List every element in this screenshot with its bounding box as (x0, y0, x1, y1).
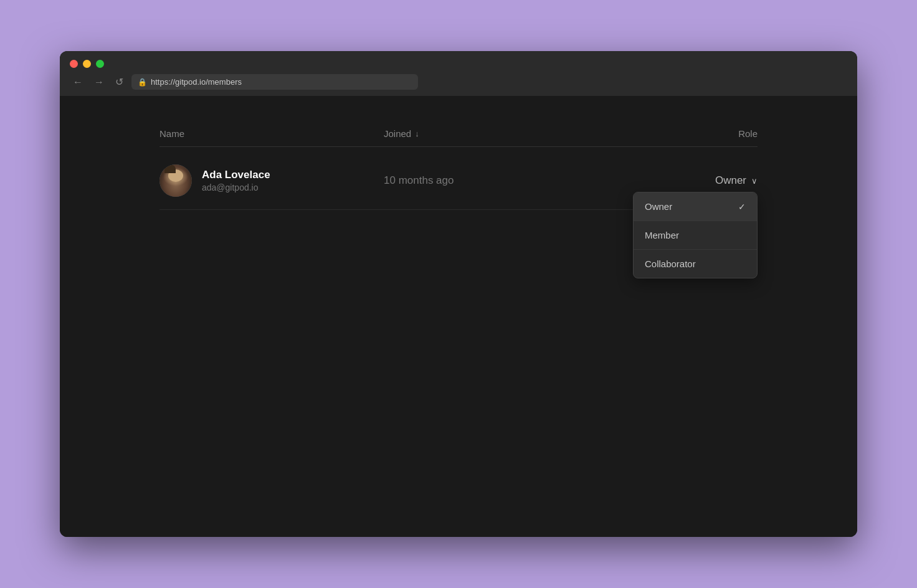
role-option-member[interactable]: Member (634, 221, 757, 250)
role-option-owner-label: Owner (645, 201, 672, 212)
sort-arrow-icon: ↓ (415, 129, 419, 138)
role-option-collaborator[interactable]: Collaborator (634, 250, 757, 278)
browser-window: ← → ↺ 🔒 https://gitpod.io/members Name J… (60, 51, 857, 537)
traffic-lights (70, 60, 847, 68)
role-option-member-label: Member (645, 230, 679, 240)
avatar (159, 164, 192, 197)
back-button[interactable]: ← (70, 76, 86, 88)
chevron-down-icon: ∨ (751, 176, 758, 186)
role-dropdown-menu: Owner ✓ Member Collaborator (633, 192, 758, 278)
browser-toolbar: ← → ↺ 🔒 https://gitpod.io/members (70, 74, 847, 90)
checkmark-icon: ✓ (738, 202, 746, 212)
table-row: Ada Lovelace ada@gitpod.io 10 months ago… (159, 152, 758, 210)
column-header-name: Name (159, 128, 384, 139)
column-header-role: Role (620, 128, 758, 139)
member-text: Ada Lovelace ada@gitpod.io (202, 169, 270, 192)
member-name: Ada Lovelace (202, 169, 270, 181)
member-joined: 10 months ago (384, 174, 620, 187)
maximize-button[interactable] (96, 60, 104, 68)
url-text: https://gitpod.io/members (151, 77, 242, 87)
member-email: ada@gitpod.io (202, 183, 270, 192)
role-wrapper: Owner ∨ Owner ✓ Member Collaborator (620, 174, 758, 187)
role-option-collaborator-label: Collaborator (645, 258, 696, 269)
close-button[interactable] (70, 60, 78, 68)
browser-chrome: ← → ↺ 🔒 https://gitpod.io/members (60, 51, 857, 96)
forward-button[interactable]: → (91, 76, 107, 88)
browser-content: Name Joined ↓ Role Ada Lovelace ada@gitp… (60, 96, 857, 537)
reload-button[interactable]: ↺ (112, 76, 126, 88)
joined-label: Joined (384, 128, 411, 139)
table-header: Name Joined ↓ Role (159, 121, 758, 147)
role-label: Owner (715, 174, 746, 187)
lock-icon: 🔒 (138, 78, 147, 87)
role-dropdown-button[interactable]: Owner ∨ (715, 174, 758, 187)
avatar-image (159, 164, 192, 197)
column-header-joined[interactable]: Joined ↓ (384, 128, 620, 139)
minimize-button[interactable] (83, 60, 91, 68)
role-option-owner[interactable]: Owner ✓ (634, 192, 757, 221)
member-info: Ada Lovelace ada@gitpod.io (159, 164, 384, 197)
address-bar[interactable]: 🔒 https://gitpod.io/members (131, 74, 418, 90)
